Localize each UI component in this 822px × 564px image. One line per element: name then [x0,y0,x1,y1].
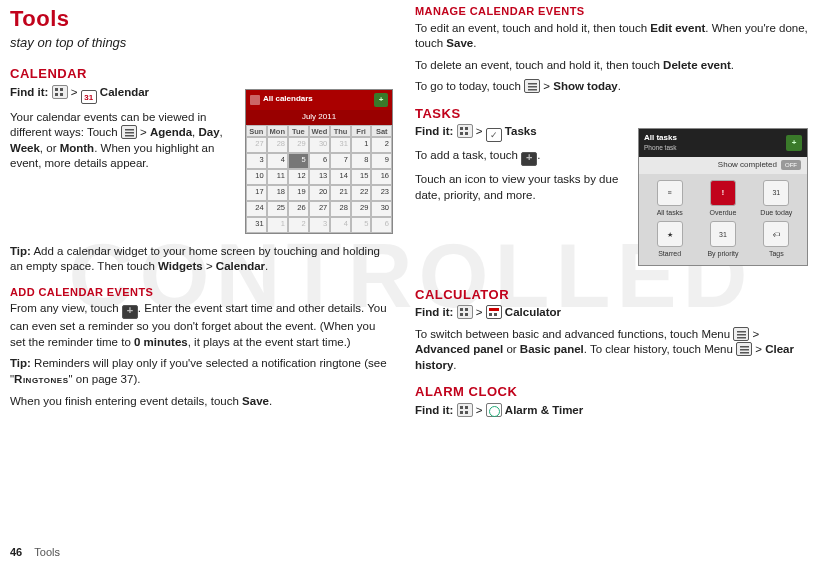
plus-icon [521,152,537,166]
dow-header: Sat [371,125,392,137]
calendar-day[interactable]: 16 [371,169,392,185]
task-filter-icon: ! [710,180,736,206]
calendar-day[interactable]: 14 [330,169,351,185]
calendar-day[interactable]: 17 [246,185,267,201]
calendar-day[interactable]: 3 [309,217,331,233]
calendar-day[interactable]: 18 [267,185,288,201]
show-completed-label: Show completed [718,160,777,171]
tasks-heading: Tasks [415,105,808,123]
calendar-tip: Tip: Add a calendar widget to your home … [10,244,393,275]
task-filter-label: Tags [752,249,801,258]
task-filter-label: By priority [698,249,747,258]
calendar-day[interactable]: 29 [288,137,309,153]
calendar-day[interactable]: 30 [371,201,392,217]
task-filter-icon: 31 [710,221,736,247]
task-filter[interactable]: ★Starred [645,221,694,258]
calendar-day[interactable]: 5 [288,153,309,169]
manage-heading: Manage calendar events [415,4,808,19]
calendar-day[interactable]: 31 [246,217,267,233]
tasks-icon [486,128,502,142]
manage-today: To go to today, touch > Show today. [415,79,808,95]
calendar-day[interactable]: 5 [351,217,372,233]
calendar-day[interactable]: 12 [288,169,309,185]
calendar-day[interactable]: 28 [267,137,288,153]
page-title: Tools [10,4,393,34]
calendar-day[interactable]: 27 [309,201,331,217]
calendar-day[interactable]: 1 [267,217,288,233]
calendar-icon [81,90,97,104]
calendar-day[interactable]: 7 [330,153,351,169]
calendar-day[interactable]: 13 [309,169,331,185]
page-footer: 46 Tools [10,546,60,558]
calendar-day[interactable]: 2 [288,217,309,233]
menu-icon [524,79,540,93]
task-filter[interactable]: !Overdue [698,180,747,217]
tasks-widget-subtitle: Phone task [644,144,677,153]
calendar-day[interactable]: 4 [330,217,351,233]
calendar-day[interactable]: 6 [371,217,392,233]
task-filter[interactable]: 31By priority [698,221,747,258]
task-filter-icon: ★ [657,221,683,247]
calendar-day[interactable]: 8 [351,153,372,169]
dow-header: Thu [330,125,351,137]
manage-edit: To edit an event, touch and hold it, the… [415,21,808,52]
add-events-body: From any view, touch . Enter the event s… [10,301,393,350]
calendar-day[interactable]: 23 [371,185,392,201]
task-filter-icon: 🏷 [763,221,789,247]
apps-icon [457,305,473,319]
calendar-day[interactable]: 21 [330,185,351,201]
alarm-findit: Find it: > Alarm & Timer [415,403,808,419]
calendar-day[interactable]: 6 [309,153,331,169]
tasks-widget: All tasks Phone task + Show completed OF… [638,128,808,265]
calendar-day[interactable]: 19 [288,185,309,201]
calendar-day[interactable]: 25 [267,201,288,217]
add-events-save: When you finish entering event details, … [10,394,393,410]
calendar-day[interactable]: 2 [371,137,392,153]
calendar-day[interactable]: 9 [371,153,392,169]
menu-icon [736,342,752,356]
calendar-day[interactable]: 1 [351,137,372,153]
calendar-widget-month: July 2011 [246,110,392,125]
calculator-icon [486,305,502,319]
dow-header: Mon [267,125,288,137]
alarm-heading: Alarm clock [415,383,808,401]
task-filter[interactable]: 31Due today [752,180,801,217]
task-filter[interactable]: 🏷Tags [752,221,801,258]
calculator-heading: Calculator [415,286,808,304]
menu-icon [121,125,137,139]
calendar-day[interactable]: 26 [288,201,309,217]
calendar-day[interactable]: 30 [309,137,331,153]
plus-icon[interactable]: + [374,93,388,107]
calendar-day[interactable]: 4 [267,153,288,169]
dow-header: Tue [288,125,309,137]
calendar-day[interactable]: 22 [351,185,372,201]
clock-icon [486,403,502,417]
task-filter-label: Starred [645,249,694,258]
calendar-day[interactable]: 31 [330,137,351,153]
calendar-day[interactable]: 29 [351,201,372,217]
apps-icon [457,403,473,417]
calendar-day[interactable]: 11 [267,169,288,185]
task-filter-label: Overdue [698,208,747,217]
calendar-day[interactable]: 10 [246,169,267,185]
plus-icon[interactable]: + [786,135,802,151]
task-filter-label: All tasks [645,208,694,217]
task-filter[interactable]: ≡All tasks [645,180,694,217]
calendar-day[interactable]: 3 [246,153,267,169]
calendar-widget: All calendars + July 2011 SunMonTueWedTh… [245,89,393,234]
calendar-day[interactable]: 28 [330,201,351,217]
apps-icon [52,85,68,99]
tasks-widget-title: All tasks [644,133,677,144]
plus-icon [122,305,138,319]
calendar-day[interactable]: 27 [246,137,267,153]
calendar-day[interactable]: 15 [351,169,372,185]
calculator-findit: Find it: > Calculator [415,305,808,321]
task-filter-icon: ≡ [657,180,683,206]
dow-header: Fri [351,125,372,137]
off-toggle[interactable]: OFF [781,160,801,170]
calendar-day[interactable]: 24 [246,201,267,217]
add-events-heading: Add calendar events [10,285,393,300]
grid-icon [250,95,260,105]
calendar-day[interactable]: 20 [309,185,331,201]
apps-icon [457,124,473,138]
